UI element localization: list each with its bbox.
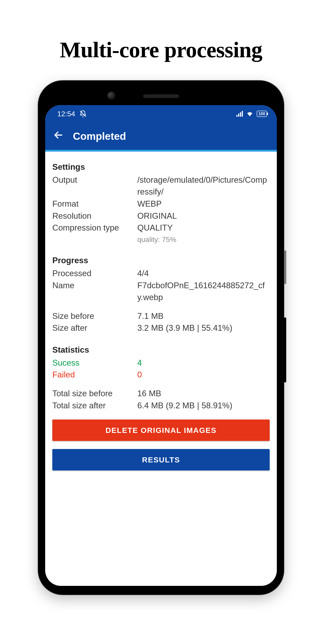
progress-processed-row: Processed 4/4 xyxy=(52,268,270,280)
phone-screen: 12:54 100 Completed xyxy=(45,105,277,586)
bell-off-icon xyxy=(79,110,87,118)
settings-resolution-value: ORIGINAL xyxy=(137,210,270,222)
settings-format-label: Format xyxy=(52,198,137,210)
progress-size-before-value: 7.1 MB xyxy=(137,310,270,322)
phone-side-button xyxy=(284,250,286,284)
progress-size-after-label: Size after xyxy=(52,322,137,334)
status-time: 12:54 xyxy=(57,110,75,118)
progress-size-before-row: Size before 7.1 MB xyxy=(52,310,270,322)
status-right: 100 xyxy=(236,110,267,118)
app-bar-title: Completed xyxy=(73,130,126,142)
statistics-total-after-value: 6.4 MB (9.2 MB | 58.91%) xyxy=(137,400,270,412)
signal-icon xyxy=(236,111,243,117)
progress-header: Progress xyxy=(52,254,270,266)
statistics-success-label: Sucess xyxy=(52,357,137,369)
statistics-failed-label: Failed xyxy=(52,369,137,381)
settings-quality-sub: quality: 75% xyxy=(137,234,270,245)
wifi-icon xyxy=(246,110,254,118)
delete-original-images-button[interactable]: DELETE ORIGINAL IMAGES xyxy=(52,420,270,441)
phone-side-button xyxy=(284,318,286,382)
statistics-total-after-label: Total size after xyxy=(52,400,137,412)
content-area: Settings Output /storage/emulated/0/Pict… xyxy=(45,152,277,479)
settings-compression-label: Compression type xyxy=(52,222,137,245)
settings-resolution-label: Resolution xyxy=(52,210,137,222)
settings-header: Settings xyxy=(52,161,270,173)
progress-size-before-label: Size before xyxy=(52,310,137,322)
progress-processed-value: 4/4 xyxy=(137,268,270,280)
progress-name-row: Name F7dcbofOPnE_1616244885272_cfy.webp xyxy=(52,280,270,304)
settings-format-value: WEBP xyxy=(137,198,270,210)
settings-compression-value: QUALITY quality: 75% xyxy=(137,222,270,245)
settings-format-row: Format WEBP xyxy=(52,198,270,210)
status-bar: 12:54 100 xyxy=(45,105,277,122)
battery-icon: 100 xyxy=(257,111,267,117)
progress-size-after-value: 3.2 MB (3.9 MB | 55.41%) xyxy=(137,322,270,334)
statistics-total-after-row: Total size after 6.4 MB (9.2 MB | 58.91%… xyxy=(52,400,270,412)
settings-output-row: Output /storage/emulated/0/Pictures/Comp… xyxy=(52,174,270,198)
back-icon[interactable] xyxy=(53,130,64,143)
settings-output-value: /storage/emulated/0/Pictures/Compressify… xyxy=(137,174,270,198)
statistics-failed-value: 0 xyxy=(137,369,270,381)
settings-output-label: Output xyxy=(52,174,137,198)
results-button[interactable]: RESULTS xyxy=(52,449,270,470)
statistics-total-before-value: 16 MB xyxy=(137,388,270,400)
app-bar: Completed xyxy=(45,122,277,150)
progress-name-label: Name xyxy=(52,280,137,304)
progress-name-value: F7dcbofOPnE_1616244885272_cfy.webp xyxy=(137,280,270,304)
status-left: 12:54 xyxy=(57,110,87,118)
page-headline: Multi-core processing xyxy=(0,37,322,62)
progress-size-after-row: Size after 3.2 MB (3.9 MB | 55.41%) xyxy=(52,322,270,334)
settings-resolution-row: Resolution ORIGINAL xyxy=(52,210,270,222)
statistics-total-before-row: Total size before 16 MB xyxy=(52,388,270,400)
progress-processed-label: Processed xyxy=(52,268,137,280)
statistics-header: Statistics xyxy=(52,344,270,356)
statistics-success-row: Sucess 4 xyxy=(52,357,270,369)
statistics-failed-row: Failed 0 xyxy=(52,369,270,381)
statistics-total-before-label: Total size before xyxy=(52,388,137,400)
statistics-success-value: 4 xyxy=(137,357,270,369)
phone-frame: 12:54 100 Completed xyxy=(38,80,284,595)
settings-compression-row: Compression type QUALITY quality: 75% xyxy=(52,222,270,245)
progress-divider xyxy=(45,150,277,152)
